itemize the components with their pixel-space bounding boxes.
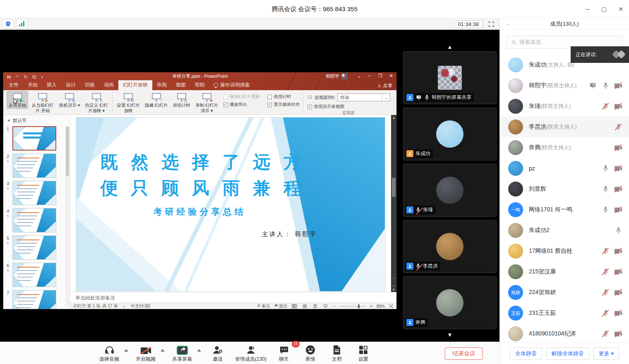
mic-icon[interactable] — [601, 268, 610, 276]
ppt-minimize-button[interactable]: ─ — [368, 73, 371, 79]
camera-off-icon[interactable] — [614, 206, 622, 214]
mic-icon[interactable] — [601, 247, 610, 255]
toolbar-caret-icon[interactable] — [197, 349, 201, 352]
ppt-ribbon-options-icon[interactable]: ⌄ — [357, 73, 361, 79]
member-row-韩熙宇[interactable]: 韩熙宇 (联席主持人) — [500, 75, 629, 96]
slide-thumbnail[interactable]: 2✶ — [3, 153, 70, 178]
ppt-tab-切换[interactable]: 切换 — [80, 80, 99, 90]
tell-me-search[interactable]: 操作说明搜索 — [209, 80, 254, 90]
minimize-button[interactable]: ─ — [586, 6, 590, 12]
member-row-奔腾[interactable]: 奔腾 (联席主持人) — [500, 137, 629, 158]
toolbar-caret-icon[interactable] — [124, 349, 128, 352]
video-tile-李昆洪[interactable]: 李昆洪 — [403, 220, 497, 273]
ppt-tab-文件[interactable]: 文件 — [4, 80, 23, 90]
toolbar-item-管理成员(130)[interactable]: 管理成员(130) — [233, 344, 268, 363]
ppt-tab-开始[interactable]: 开始 — [23, 80, 42, 90]
ppt-tab-设计[interactable]: 设计 — [61, 80, 80, 90]
mic-icon[interactable] — [601, 206, 610, 214]
toolbar-item-聊天[interactable]: 聊天 15 — [273, 344, 295, 363]
scroll-up-icon[interactable]: ▲ — [400, 44, 499, 50]
toolbar-item-邀请[interactable]: 邀请 — [207, 344, 228, 363]
more-button[interactable]: 更多 ▾ — [593, 347, 619, 360]
zoom-out-button[interactable]: − — [333, 304, 335, 309]
member-row-224贺旭妍[interactable]: 旭妍 224贺旭妍 — [500, 282, 629, 303]
mic-icon[interactable] — [614, 226, 622, 235]
member-row-刘昱辉[interactable]: 刘昱辉 — [500, 179, 629, 199]
slideshow-view-icon[interactable] — [322, 304, 329, 309]
video-tile-朱瑾[interactable]: 朱瑾 — [403, 164, 497, 217]
mic-icon[interactable] — [614, 123, 622, 131]
mic-icon[interactable] — [601, 309, 610, 317]
member-row-李昆洪[interactable]: 李昆洪 (联席主持人) — [500, 117, 629, 137]
mic-icon[interactable] — [601, 81, 610, 90]
member-row-朱成功2[interactable]: 朱成功2 — [500, 220, 629, 241]
ppt-tab-审阅[interactable]: 审阅 — [152, 80, 171, 90]
section-header[interactable]: 默认节 — [3, 116, 70, 125]
ppt-tab-幻灯片放映[interactable]: 幻灯片放映 — [118, 80, 152, 90]
member-row-41809010104纪涛[interactable]: 41809010104纪涛 — [500, 323, 629, 342]
scroll-down-icon[interactable]: ▼ — [400, 332, 499, 338]
member-row-231王玉茹[interactable]: 玉茹 231王玉茹 — [500, 303, 629, 323]
normal-view-icon[interactable] — [291, 304, 298, 309]
reading-view-icon[interactable] — [312, 304, 318, 309]
camera-off-icon[interactable] — [614, 144, 622, 152]
current-slide[interactable]: 既 然 选 择 了 远 方 便 只 顾 风 雨 兼 程 考研经验分享总结 主讲人… — [76, 117, 385, 291]
ppt-tab-插入[interactable]: 插入 — [42, 80, 61, 90]
end-meeting-button[interactable]: 结束会议 — [445, 347, 483, 360]
member-row-215贺汉康[interactable]: 215贺汉康 — [500, 261, 629, 282]
mic-icon[interactable] — [601, 330, 610, 338]
member-row-朱瑾[interactable]: 朱瑾 (联席主持人) — [500, 96, 629, 117]
ribbon-button-setup-show[interactable]: ⚙ 设置 幻灯片放映 — [115, 91, 142, 114]
slide-scrollbar[interactable]: ▲ ⌃ ⌄ ▼ — [391, 115, 396, 292]
mute-all-button[interactable]: 全体静音 — [510, 347, 542, 360]
ribbon-button-play-from-start[interactable]: ▶ 从头开始 — [7, 91, 28, 109]
slide-thumbnail[interactable]: 1✶ — [3, 126, 70, 151]
thumbnail-scrollbar[interactable] — [65, 126, 70, 307]
camera-off-icon[interactable] — [614, 288, 622, 297]
slide-thumbnail[interactable]: 7✶ — [3, 290, 70, 309]
ppt-close-button[interactable]: ✕ — [389, 73, 393, 79]
toolbar-item-选择音频[interactable]: 选择音频 — [98, 344, 121, 363]
fullscreen-icon[interactable] — [488, 21, 495, 27]
zoom-level[interactable]: 89% — [377, 304, 385, 309]
slide-thumbnail[interactable]: 5✶ — [3, 235, 70, 260]
slide-thumbnail[interactable]: 6✶ — [3, 263, 70, 287]
video-tile-奔腾[interactable]: 奔腾 — [403, 276, 497, 329]
video-tile-朱成功[interactable]: 朱成功 — [403, 108, 497, 160]
ribbon-button-record[interactable]: ● 录制 幻灯片演示 ▾ — [193, 91, 221, 114]
fit-slide-icon[interactable] — [389, 304, 393, 308]
maximize-button[interactable]: ▢ — [601, 6, 607, 12]
checkbox-使用计时[interactable]: 使用计时 — [267, 94, 300, 100]
toolbar-item-开启视频[interactable]: 开启视频 — [134, 344, 157, 363]
ppt-restore-button[interactable]: ❐ — [378, 73, 382, 79]
network-signal-icon[interactable] — [16, 19, 27, 29]
checkbox-显示媒体控件[interactable]: ✓显示媒体控件 — [267, 102, 300, 108]
toolbar-item-共享屏幕[interactable]: 共享屏幕 — [170, 344, 194, 363]
ribbon-button-hide-slide[interactable]: ∕ 隐藏 幻灯片 — [143, 91, 170, 114]
camera-off-icon[interactable] — [614, 309, 622, 317]
member-row-网络1701 何一鸣[interactable]: 一鸣 网络1701 何一鸣 — [500, 199, 629, 220]
toolbar-item-表情[interactable]: 表情 — [300, 344, 321, 363]
ppt-account[interactable]: 韩熙宇 — [326, 73, 348, 79]
ppt-share-button[interactable]: 共享 — [377, 83, 392, 89]
unmute-all-button[interactable]: 解除全体静音 — [546, 347, 589, 360]
slide-thumbnail[interactable]: 4✶ — [3, 208, 70, 232]
monitor-select[interactable]: 自动⌄ — [337, 93, 390, 101]
ppt-tab-视图[interactable]: 视图 — [171, 80, 190, 90]
toolbar-item-设置[interactable]: 设置 — [353, 344, 374, 363]
ribbon-button-rehearse[interactable]: ◷ 排练计时 — [171, 91, 192, 114]
camera-off-icon[interactable] — [614, 268, 622, 276]
collapse-sidebar-icon[interactable]: ⌄ — [506, 21, 509, 26]
notes-toggle[interactable]: ≜ 备注 — [257, 303, 270, 309]
language-indicator[interactable]: 中文(中国) — [131, 303, 151, 309]
member-row-pz[interactable]: pz — [500, 158, 629, 179]
camera-off-icon[interactable] — [614, 330, 622, 338]
toolbar-item-文档[interactable]: 文档 — [326, 344, 348, 363]
camera-off-icon[interactable] — [614, 102, 622, 110]
mic-icon[interactable] — [601, 288, 610, 297]
checkbox-播放旁白[interactable]: ✓播放旁白 — [223, 102, 260, 108]
video-tile-韩熙宇的屏幕共享[interactable]: 韩熙宇的屏幕共享 — [403, 51, 497, 104]
close-button[interactable]: ✕ — [618, 6, 623, 12]
camera-off-icon[interactable] — [614, 81, 622, 90]
mic-icon[interactable] — [601, 102, 610, 110]
